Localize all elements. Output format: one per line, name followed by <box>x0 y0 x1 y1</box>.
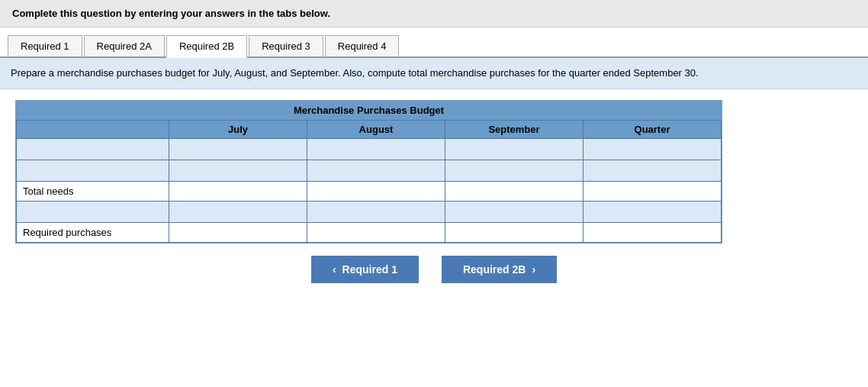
tabs-container: Required 1 Required 2A Required 2B Requi… <box>0 27 868 58</box>
row2-label-cell: Total needs <box>17 181 169 201</box>
header-august: August <box>307 120 445 138</box>
next-button[interactable]: Required 2B › <box>442 256 557 283</box>
content-area: Merchandise Purchases Budget July August… <box>0 89 868 291</box>
budget-table-wrapper: Merchandise Purchases Budget July August… <box>15 100 722 243</box>
row1-july-input[interactable] <box>169 160 307 181</box>
row1-quarter-input[interactable] <box>583 160 721 181</box>
description-box: Prepare a merchandise purchases budget f… <box>0 58 868 89</box>
row0-july-cell[interactable] <box>169 138 307 160</box>
row4-quarter-input[interactable] <box>583 223 721 242</box>
row1-quarter-cell[interactable] <box>583 160 722 181</box>
row2-quarter-input[interactable] <box>583 182 721 201</box>
tab-required2a[interactable]: Required 2A <box>84 35 165 56</box>
row0-august-cell[interactable] <box>307 138 445 160</box>
row0-quarter-cell[interactable] <box>583 138 722 160</box>
row1-september-input[interactable] <box>445 160 583 181</box>
budget-title: Merchandise Purchases Budget <box>16 101 722 120</box>
next-chevron-icon: › <box>532 263 535 276</box>
row0-august-input[interactable] <box>307 139 445 160</box>
row4-quarter-cell[interactable] <box>583 222 722 242</box>
row1-label-input[interactable] <box>23 163 162 178</box>
row4-august-input[interactable] <box>307 223 445 242</box>
row1-label-cell[interactable] <box>17 160 169 181</box>
row3-quarter-input[interactable] <box>583 202 721 222</box>
table-row <box>17 160 722 181</box>
row3-september-cell[interactable] <box>445 201 583 222</box>
row4-august-cell[interactable] <box>307 222 445 242</box>
row3-label-cell[interactable] <box>17 201 169 222</box>
row2-august-cell[interactable] <box>307 181 445 201</box>
instruction-bar: Complete this question by entering your … <box>0 0 868 27</box>
row2-september-cell[interactable] <box>445 181 583 201</box>
row3-august-cell[interactable] <box>307 201 445 222</box>
row4-september-cell[interactable] <box>445 222 583 242</box>
row3-july-input[interactable] <box>169 202 307 222</box>
budget-table: July August September Quarter <box>16 120 722 243</box>
tab-required3[interactable]: Required 3 <box>249 35 323 56</box>
tab-required2b[interactable]: Required 2B <box>166 35 247 58</box>
table-row <box>17 138 722 160</box>
row0-september-input[interactable] <box>445 139 583 160</box>
header-label-col <box>17 120 169 138</box>
row0-label-input[interactable] <box>23 142 162 156</box>
row0-quarter-input[interactable] <box>583 139 721 160</box>
row2-quarter-cell[interactable] <box>583 181 722 201</box>
prev-button[interactable]: ‹ Required 1 <box>311 256 419 283</box>
header-quarter: Quarter <box>583 120 722 138</box>
row3-september-input[interactable] <box>445 202 583 222</box>
nav-buttons: ‹ Required 1 Required 2B › <box>15 256 853 283</box>
row0-september-cell[interactable] <box>445 138 583 160</box>
row1-august-cell[interactable] <box>307 160 445 181</box>
row2-july-cell[interactable] <box>169 181 307 201</box>
header-july: July <box>169 120 307 138</box>
table-row: Total needs <box>17 181 722 201</box>
row3-label-input[interactable] <box>23 205 162 219</box>
table-row <box>17 201 722 222</box>
row1-july-cell[interactable] <box>169 160 307 181</box>
row0-july-input[interactable] <box>169 139 307 160</box>
table-row: Required purchases <box>17 222 722 242</box>
row2-july-input[interactable] <box>169 182 307 201</box>
tab-required4[interactable]: Required 4 <box>325 35 400 56</box>
table-header-row: July August September Quarter <box>17 120 722 138</box>
row3-august-input[interactable] <box>307 202 445 222</box>
row3-quarter-cell[interactable] <box>583 201 722 222</box>
row4-july-input[interactable] <box>169 223 307 242</box>
row1-september-cell[interactable] <box>445 160 583 181</box>
row4-july-cell[interactable] <box>169 222 307 242</box>
row1-august-input[interactable] <box>307 160 445 181</box>
prev-chevron-icon: ‹ <box>333 263 336 276</box>
header-september: September <box>445 120 583 138</box>
row4-label-cell: Required purchases <box>17 222 169 242</box>
row3-july-cell[interactable] <box>169 201 307 222</box>
tab-required1[interactable]: Required 1 <box>8 35 82 56</box>
row0-label-cell[interactable] <box>17 138 169 160</box>
row4-september-input[interactable] <box>445 223 583 242</box>
row2-september-input[interactable] <box>445 182 583 201</box>
row2-august-input[interactable] <box>307 182 445 201</box>
